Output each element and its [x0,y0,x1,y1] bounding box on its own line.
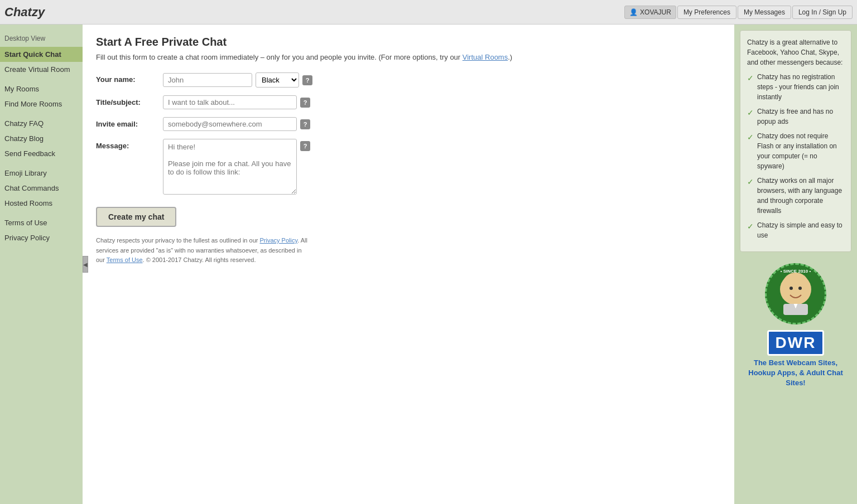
username: XOVAJUR [640,8,671,16]
info-text-5: Chatzy is simple and easy to use [757,220,844,240]
chat-form: Your name: Black Blue Red Green Purple O… [96,72,721,195]
info-text-4: Chatzy works on all major browsers, with… [757,176,844,216]
dwr-section: • SINCE 2010 • DWR The Best Webcam Sites… [740,263,851,389]
info-text-3: Chatzy does not require Flash or any ins… [757,131,844,171]
info-item-4: ✓ Chatzy works on all major browsers, wi… [747,176,844,216]
subtitle-post: .) [508,53,512,61]
email-input-wrap: ? [163,117,310,131]
app-logo: Chatzy [4,5,45,20]
check-icon-2: ✓ [747,107,754,119]
email-input[interactable] [163,117,297,131]
user-icon: 👤 [629,8,638,16]
info-item-1: ✓ Chatzy has no registration steps - you… [747,72,844,102]
email-label: Invite email: [96,117,163,128]
name-help-icon[interactable]: ? [302,75,312,85]
sidebar-item-chatzy-blog[interactable]: Chatzy Blog [0,131,83,146]
privacy-policy-link[interactable]: Privacy Policy [259,237,297,244]
info-box: Chatzy is a great alternative to Faceboo… [740,30,851,252]
sidebar: Desktop View Start Quick Chat Create Vir… [0,25,83,504]
sidebar-item-send-feedback[interactable]: Send Feedback [0,146,83,161]
sidebar-collapse-button[interactable]: ◀ [83,256,88,273]
name-row: Your name: Black Blue Red Green Purple O… [96,72,721,88]
sidebar-item-terms-of-use[interactable]: Terms of Use [0,215,83,230]
subject-label: Title/subject: [96,95,163,106]
page-subtitle: Fill out this form to create a chat room… [96,53,721,61]
info-item-2: ✓ Chatzy is free and has no popup ads [747,106,844,127]
virtual-rooms-link[interactable]: Virtual Rooms [463,53,508,61]
svg-point-2 [783,273,808,293]
check-icon-4: ✓ [747,176,754,188]
my-preferences-button[interactable]: My Preferences [677,6,736,19]
message-label: Message: [96,139,163,150]
svg-point-3 [789,287,793,290]
check-icon-1: ✓ [747,72,754,84]
since-circle: • SINCE 2010 • [765,263,826,324]
dwr-logo[interactable]: DWR [767,330,825,356]
sidebar-item-hosted-rooms[interactable]: Hosted Rooms [0,196,83,211]
sidebar-item-chatzy-faq[interactable]: Chatzy FAQ [0,116,83,131]
name-input-wrap: Black Blue Red Green Purple Orange ? [163,72,312,88]
svg-point-4 [798,287,802,290]
sidebar-item-create-virtual-room[interactable]: Create Virtual Room [0,62,83,77]
user-indicator: 👤 XOVAJUR [624,6,676,19]
sidebar-item-privacy-policy[interactable]: Privacy Policy [0,230,83,245]
page-title: Start A Free Private Chat [96,36,721,49]
terms-of-use-link[interactable]: Terms of Use [107,256,143,263]
message-input-wrap: ? [163,139,310,195]
subject-input-wrap: ? [163,95,310,109]
info-item-5: ✓ Chatzy is simple and easy to use [747,220,844,240]
info-item-3: ✓ Chatzy does not require Flash or any i… [747,131,844,171]
info-text-1: Chatzy has no registration steps - your … [757,72,844,102]
top-navigation: 👤 XOVAJUR My Preferences My Messages Log… [624,6,853,19]
email-row: Invite email: ? [96,117,721,131]
main-content: Start A Free Private Chat Fill out this … [83,25,734,504]
dwr-tagline: The Best Webcam Sites, Hookup Apps, & Ad… [740,358,851,389]
message-textarea[interactable] [163,139,297,195]
sidebar-item-start-quick-chat[interactable]: Start Quick Chat [0,47,83,62]
email-help-icon[interactable]: ? [300,119,310,129]
subject-input[interactable] [163,95,297,109]
create-chat-button[interactable]: Create my chat [96,207,176,227]
dwr-logo-wrap: DWR [740,328,851,358]
sidebar-item-my-rooms[interactable]: My Rooms [0,81,83,96]
info-box-intro: Chatzy is a great alternative to Faceboo… [747,37,844,67]
sidebar-item-emoji-library[interactable]: Emoji Library [0,166,83,181]
subject-help-icon[interactable]: ? [300,98,310,108]
subtitle-pre: Fill out this form to create a chat room… [96,53,463,61]
info-text-2: Chatzy is free and has no popup ads [757,106,844,127]
footer-end: . © 2001-2017 Chatzy. All rights reserve… [143,256,256,263]
sidebar-item-find-more-rooms[interactable]: Find More Rooms [0,96,83,112]
color-select[interactable]: Black Blue Red Green Purple Orange [256,72,299,88]
layout: Desktop View Start Quick Chat Create Vir… [0,25,857,504]
check-icon-5: ✓ [747,221,754,232]
subject-row: Title/subject: ? [96,95,721,109]
dwr-avatar: • SINCE 2010 • [768,266,824,322]
login-signup-button[interactable]: Log In / Sign Up [792,6,853,19]
sidebar-item-chat-commands[interactable]: Chat Commands [0,181,83,196]
footer-pre: Chatzy respects your privacy to the full… [96,237,259,244]
message-row: Message: ? [96,139,721,195]
footer-text: Chatzy respects your privacy to the full… [96,236,308,265]
name-input[interactable] [163,73,252,87]
my-messages-button[interactable]: My Messages [738,6,791,19]
topbar: Chatzy 👤 XOVAJUR My Preferences My Messa… [0,0,857,25]
desktop-view-label: Desktop View [0,32,83,45]
svg-text:• SINCE 2010 •: • SINCE 2010 • [781,269,811,274]
name-label: Your name: [96,72,163,84]
dwr-badge-wrap: • SINCE 2010 • [765,263,826,324]
check-icon-3: ✓ [747,132,754,143]
right-panel: Chatzy is a great alternative to Faceboo… [734,25,857,504]
message-help-icon[interactable]: ? [300,141,310,151]
